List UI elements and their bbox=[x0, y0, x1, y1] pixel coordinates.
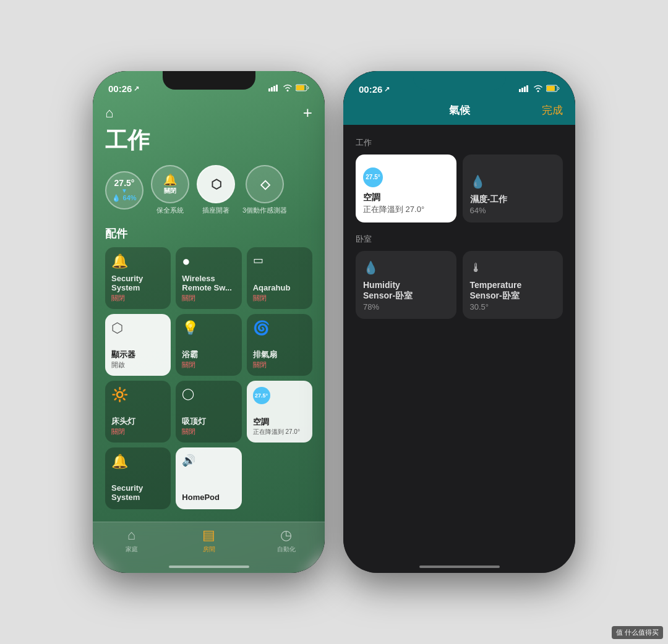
right-page-header: 氣候 完成 bbox=[343, 98, 575, 125]
humidity-bed-icon: 💧 bbox=[363, 260, 449, 275]
wireless-tile-icon: ● bbox=[182, 253, 235, 269]
security-circle-icon: 🔔 bbox=[163, 173, 177, 187]
work-section-title: 工作 bbox=[356, 137, 563, 148]
svg-rect-0 bbox=[268, 88, 270, 91]
right-ac-tile[interactable]: 27.5° 空調 正在降溫到 27.0° bbox=[356, 155, 456, 222]
temp-bed-value: 30.5° bbox=[470, 302, 556, 311]
svg-rect-8 bbox=[521, 88, 523, 92]
watermark: 值 什么值得买 bbox=[612, 626, 663, 639]
bath-tile-icon: 💡 bbox=[182, 320, 235, 336]
right-notch bbox=[413, 71, 506, 90]
bath-tile-status: 關閉 bbox=[182, 360, 235, 370]
right-time: 00:26 ↗ bbox=[359, 84, 390, 95]
right-battery-icon bbox=[546, 85, 560, 94]
signal-icon bbox=[268, 84, 280, 93]
svg-point-4 bbox=[287, 90, 289, 91]
display-tile-name: 顯示器 bbox=[111, 350, 165, 360]
security2-name: SecuritySystem bbox=[111, 483, 165, 502]
section-bedroom: 卧室 💧 HumiditySensor-卧室 78% 🌡 Temperature… bbox=[356, 234, 563, 319]
fan-tile-icon: 🌀 bbox=[253, 320, 306, 336]
location-icon: ↗ bbox=[134, 85, 139, 93]
wifi-icon bbox=[283, 84, 293, 93]
ceiling-lamp-status: 關閉 bbox=[182, 427, 235, 436]
tile-display[interactable]: ⬡ 顯示器 開啟 bbox=[105, 314, 171, 376]
ceiling-tile-icon: ◯ bbox=[182, 387, 235, 400]
add-button[interactable]: + bbox=[303, 103, 312, 122]
tile-security-system-2[interactable]: 🔔 SecuritySystem bbox=[105, 447, 171, 509]
temp-status-item[interactable]: 27.5° ▼ 💧 64% bbox=[105, 165, 143, 215]
accessories-section-title: 配件 bbox=[105, 226, 312, 241]
motion-status-item[interactable]: ◇ 3個動作感測器 bbox=[242, 165, 287, 215]
tab-rooms-label: 房間 bbox=[203, 545, 215, 554]
right-ac-badge: 27.5° bbox=[363, 167, 383, 187]
tab-home[interactable]: ⌂ 家庭 bbox=[93, 527, 170, 554]
ceiling-lamp-name: 吸顶灯 bbox=[182, 417, 235, 426]
tab-rooms-icon: ▤ bbox=[202, 527, 215, 543]
svg-rect-2 bbox=[273, 86, 275, 91]
tile-homepod[interactable]: 🔊 HomePod bbox=[176, 447, 241, 509]
right-ac-name: 空調 bbox=[363, 192, 449, 203]
tile-ceiling-lamp[interactable]: ◯ 吸顶灯 關閉 bbox=[176, 381, 241, 443]
display-tile-icon: ⬡ bbox=[111, 320, 165, 336]
fan-tile-name: 排氣扇 bbox=[253, 350, 306, 360]
right-humidity-bedroom-tile[interactable]: 💧 HumiditySensor-卧室 78% bbox=[356, 251, 456, 319]
svg-rect-7 bbox=[519, 89, 521, 92]
temp-bed-name: TemperatureSensor-卧室 bbox=[470, 280, 556, 301]
fan-tile-status: 關閉 bbox=[253, 360, 306, 370]
security-tile-name: SecuritySystem bbox=[111, 274, 165, 293]
right-wifi-icon bbox=[533, 85, 543, 94]
humidity-work-name: 濕度-工作 bbox=[470, 194, 556, 205]
wireless-tile-name: WirelessRemote Sw... bbox=[182, 274, 235, 293]
right-signal-icon bbox=[519, 85, 530, 94]
security-tile-status: 關閉 bbox=[111, 294, 165, 303]
temp-bed-icon: 🌡 bbox=[470, 261, 556, 275]
section-work: 工作 27.5° 空調 正在降溫到 27.0° 💧 濕度-工作 64% bbox=[356, 137, 563, 222]
quick-status-row: 27.5° ▼ 💧 64% 🔔 關閉 保全系統 ⬡ bbox=[105, 165, 312, 215]
aqara-tile-status: 關閉 bbox=[253, 294, 306, 303]
home-house-icon[interactable]: ⌂ bbox=[105, 105, 113, 121]
display-tile-status: 開啟 bbox=[111, 360, 165, 370]
svg-rect-3 bbox=[276, 85, 278, 91]
tile-ac[interactable]: 27.5° 空調 正在降溫到 27.0° bbox=[247, 381, 312, 443]
tab-auto-label: 自動化 bbox=[277, 545, 296, 554]
left-time: 00:26 ↗ bbox=[108, 83, 139, 94]
right-ac-value: 正在降溫到 27.0° bbox=[363, 204, 449, 215]
socket-status-item[interactable]: ⬡ 插座開著 bbox=[197, 165, 235, 215]
home-indicator-left bbox=[169, 566, 249, 568]
svg-rect-9 bbox=[524, 87, 526, 92]
tile-security-system[interactable]: 🔔 SecuritySystem 關閉 bbox=[105, 247, 171, 309]
right-status-icons bbox=[519, 85, 560, 94]
tile-exhaust-fan[interactable]: 🌀 排氣扇 關閉 bbox=[247, 314, 312, 376]
tab-rooms[interactable]: ▤ 房間 bbox=[170, 527, 247, 554]
homepod-name: HomePod bbox=[182, 493, 235, 502]
work-device-grid: 27.5° 空調 正在降溫到 27.0° 💧 濕度-工作 64% bbox=[356, 155, 563, 222]
motion-circle-icon: ◇ bbox=[260, 177, 270, 192]
tab-automation[interactable]: ◷ 自動化 bbox=[247, 527, 325, 554]
home-indicator-right bbox=[419, 566, 500, 568]
tile-wireless-remote[interactable]: ● WirelessRemote Sw... 關閉 bbox=[176, 247, 241, 309]
security-status-item[interactable]: 🔔 關閉 保全系統 bbox=[151, 165, 189, 215]
bedroom-section-title: 卧室 bbox=[356, 234, 563, 245]
left-header: ⌂ + bbox=[105, 103, 312, 122]
right-temp-bedroom-tile[interactable]: 🌡 TemperatureSensor-卧室 30.5° bbox=[463, 251, 563, 319]
humidity-bed-value: 78% bbox=[363, 302, 449, 311]
tile-bath-heater[interactable]: 💡 浴霸 關閉 bbox=[176, 314, 241, 376]
tab-home-icon: ⌂ bbox=[127, 527, 135, 543]
tab-auto-icon: ◷ bbox=[280, 527, 292, 543]
homepod-icon: 🔊 bbox=[182, 454, 235, 467]
notch bbox=[163, 71, 255, 90]
svg-rect-13 bbox=[547, 86, 555, 91]
battery-icon bbox=[296, 84, 309, 93]
svg-rect-1 bbox=[271, 87, 273, 91]
right-location-icon: ↗ bbox=[384, 85, 390, 93]
humidity-bed-name: HumiditySensor-卧室 bbox=[363, 280, 449, 301]
done-button[interactable]: 完成 bbox=[542, 103, 563, 117]
room-title: 工作 bbox=[105, 125, 312, 156]
wireless-tile-status: 關閉 bbox=[182, 294, 235, 303]
bath-tile-name: 浴霸 bbox=[182, 350, 235, 360]
tile-aqarahub[interactable]: ▭ Aqarahub 關閉 bbox=[247, 247, 312, 309]
right-humidity-work-tile[interactable]: 💧 濕度-工作 64% bbox=[463, 155, 563, 222]
tile-bedside-lamp[interactable]: 🔆 床头灯 關閉 bbox=[105, 381, 171, 443]
tab-home-label: 家庭 bbox=[126, 545, 138, 554]
right-page-title: 氣候 bbox=[449, 103, 470, 117]
